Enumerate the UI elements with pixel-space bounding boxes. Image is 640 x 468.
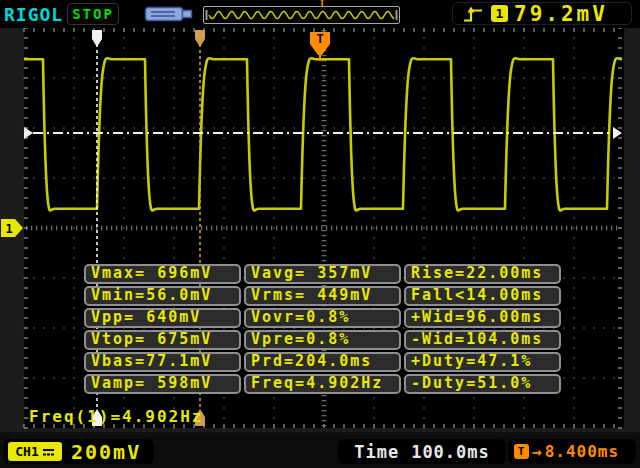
measurement-cell: Vpre=0.8% — [244, 330, 401, 350]
measurement-cell: Vrms= 449mV — [244, 286, 401, 306]
measurement-cell: -Duty=51.0% — [404, 374, 561, 394]
trigger-offset-value: 8.400ms — [545, 442, 619, 461]
usb-storage-icon — [144, 4, 198, 24]
measurement-cell: Vpp= 640mV — [84, 308, 241, 328]
trigger-offset-box: T → 8.400ms — [508, 439, 636, 464]
brand-logo: RIGOL — [4, 4, 63, 25]
measurement-cell: Vovr=0.8% — [244, 308, 401, 328]
channel-1-scale: 200mV — [71, 440, 141, 464]
measurement-cell: Vmin=56.0mV — [84, 286, 241, 306]
timebase-label: Time — [354, 442, 399, 462]
timebase-box: Time 100.0ms — [338, 439, 506, 464]
memory-waveform-squiggle — [204, 7, 399, 23]
svg-text:T: T — [316, 32, 323, 46]
memory-trigger-position-marker: T — [315, 0, 329, 8]
footer-bar: CH1 200mV Time 100.0ms T → 8.400ms — [0, 436, 640, 468]
measurement-cell: Rise=22.00ms — [404, 264, 561, 284]
right-margin — [624, 28, 640, 432]
measurement-panel: Vmax= 696mVVavg= 357mVRise=22.00msVmin=5… — [84, 264, 561, 394]
rising-edge-trigger-icon — [461, 4, 485, 24]
bottom-margin — [0, 428, 640, 432]
measurement-cell: Freq=4.902Hz — [244, 374, 401, 394]
channel-1-badge: CH1 — [8, 442, 62, 461]
measurement-cell: Vavg= 357mV — [244, 264, 401, 284]
measurement-cell: Vamp= 598mV — [84, 374, 241, 394]
channel-status-box: CH1 200mV — [4, 439, 154, 464]
measurement-cell: Vbas=77.1mV — [84, 352, 241, 372]
memory-waveform-preview — [203, 6, 400, 24]
measurement-cell: +Wid=96.00ms — [404, 308, 561, 328]
measurement-cell: Vmax= 696mV — [84, 264, 241, 284]
measurement-cell: Vtop= 675mV — [84, 330, 241, 350]
frequency-counter-readout: Freq(1)=4.902Hz — [29, 407, 204, 426]
measurement-cell: Fall<14.00ms — [404, 286, 561, 306]
trigger-status-box: 1 79.2mV — [452, 2, 632, 25]
measurement-cell: Prd=204.0ms — [244, 352, 401, 372]
trigger-source-badge: 1 — [491, 5, 508, 22]
trigger-level-readout: 79.2mV — [514, 2, 608, 26]
trigger-offset-arrow-icon: → — [532, 442, 543, 461]
dc-coupling-icon — [42, 446, 55, 458]
run-state-indicator: STOP — [67, 3, 119, 25]
measurement-cell: -Wid=104.0ms — [404, 330, 561, 350]
trigger-offset-t-badge: T — [514, 444, 529, 459]
header-bar: RIGOL STOP T 1 79.2mV — [0, 0, 640, 28]
channel-1-label: CH1 — [15, 444, 38, 459]
measurement-cell: +Duty=47.1% — [404, 352, 561, 372]
timebase-value: 100.0ms — [411, 442, 490, 462]
svg-text:1: 1 — [5, 222, 12, 236]
